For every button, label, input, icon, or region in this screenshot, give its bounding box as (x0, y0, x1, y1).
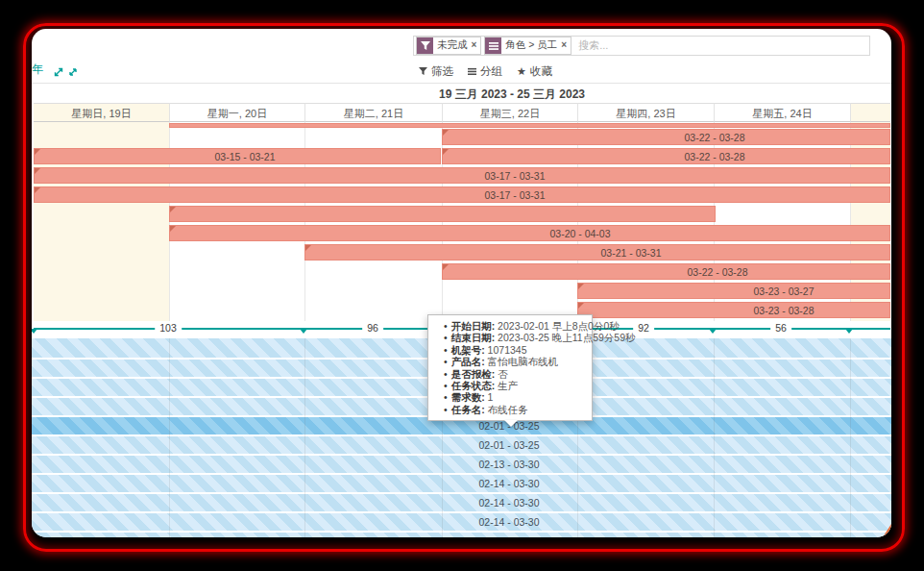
favorites-button[interactable]: ★ 收藏 (517, 64, 552, 79)
tooltip-item: 机架号: 1071345 (444, 344, 584, 356)
consolidation-row[interactable]: 02-01 - 03-25 (32, 434, 891, 454)
tooltip-item: 是否报检: 否 (444, 368, 584, 380)
total-notch-icon (709, 329, 717, 334)
gantt-bar[interactable]: 03-23 - 03-28 (577, 302, 890, 318)
screenshot-canvas: 未完成 × 角色 > 员工 × 搜索... 年 筛选 (0, 0, 924, 571)
gantt-bar[interactable]: 03-22 - 03-28 (442, 148, 890, 164)
gantt-bar[interactable]: 03-23 - 03-27 (577, 283, 890, 299)
search-bar[interactable]: 未完成 × 角色 > 员工 × 搜索... (413, 36, 870, 56)
group-icon (468, 67, 476, 76)
tooltip-item: 开始日期: 2023-02-01 早上8点0分0秒 (444, 320, 584, 332)
expand-rows-icon[interactable] (53, 64, 64, 76)
filters-button[interactable]: 筛选 (419, 64, 453, 79)
gantt-bar[interactable] (169, 206, 716, 222)
total-notch-icon (32, 329, 37, 334)
groupby-button[interactable]: 分组 (468, 64, 502, 79)
facet-label: 未完成 (433, 37, 472, 54)
header-cell: 星期日, 19日 (34, 103, 169, 122)
header-cell: 星期二, 21日 (304, 103, 442, 122)
consolidation-row[interactable]: 02-14 - 03-30 (32, 473, 891, 492)
collapse-rows-icon[interactable] (67, 64, 79, 76)
gantt-bar[interactable]: 03-15 - 03-21 (34, 148, 441, 164)
gantt-range-title: 19 三月 2023 - 25 三月 2023 (439, 87, 585, 103)
header-cell: 星期五, 24日 (714, 103, 850, 122)
header-cell: 星期三, 22日 (442, 103, 577, 122)
total-value: 103 (155, 321, 182, 335)
gantt-bar[interactable]: 03-21 - 03-31 (304, 244, 890, 261)
tooltip-item: 需求数: 1 (444, 391, 584, 403)
consolidation-row[interactable]: 02-13 - 03-30 (32, 454, 891, 473)
gantt-bar[interactable] (169, 123, 890, 128)
facet-groupby-role-employee[interactable]: 角色 > 员工 × (484, 37, 571, 55)
total-notch-icon (300, 329, 307, 334)
consolidation-row[interactable]: 02-14 - 03-30 (32, 531, 891, 537)
star-icon: ★ (517, 65, 526, 78)
remove-facet-icon[interactable]: × (561, 37, 571, 54)
tooltip-arrow-icon (504, 420, 518, 427)
toolbar-divider (32, 83, 891, 84)
gantt-bar[interactable]: 03-22 - 03-28 (442, 263, 890, 280)
header-cell: 星期四, 23日 (577, 103, 714, 122)
remove-facet-icon[interactable]: × (472, 37, 481, 54)
tooltip-item: 结束日期: 2023-03-25 晚上11点59分59秒 (444, 332, 584, 343)
search-input[interactable]: 搜索... (578, 38, 608, 53)
scale-year-button[interactable]: 年 (32, 62, 43, 78)
view-controls: 筛选 分组 ★ 收藏 (419, 64, 552, 79)
gantt-app-page: 未完成 × 角色 > 员工 × 搜索... 年 筛选 (32, 29, 891, 537)
facet-label: 角色 > 员工 (501, 37, 561, 54)
header-cell (850, 103, 890, 122)
task-tooltip: 开始日期: 2023-02-01 早上8点0分0秒结束日期: 2023-03-2… (427, 314, 593, 421)
header-cell: 星期一, 20日 (169, 103, 304, 122)
filter-icon (419, 67, 427, 76)
tooltip-item: 任务状态: 生产 (444, 380, 584, 391)
tooltip-item: 任务名: 布线任务 (444, 404, 584, 415)
gantt-bar[interactable]: 03-17 - 03-31 (34, 167, 890, 184)
filter-icon (417, 37, 433, 54)
total-value: 92 (633, 321, 654, 335)
facet-filter-unfinished[interactable]: 未完成 × (416, 37, 481, 55)
gantt-bar[interactable]: 03-20 - 04-03 (169, 225, 890, 241)
total-notch-icon (845, 329, 853, 334)
gantt-bar[interactable]: 03-22 - 03-28 (442, 129, 890, 145)
consolidation-row[interactable]: 02-14 - 03-30 (32, 511, 891, 531)
group-icon (485, 37, 501, 54)
gantt-bar[interactable]: 03-17 - 03-31 (34, 186, 890, 203)
total-value: 96 (362, 321, 383, 335)
consolidation-row[interactable]: 02-14 - 03-30 (32, 492, 891, 511)
tooltip-item: 产品名: 富怡电脑布线机 (444, 356, 584, 367)
total-value: 56 (770, 321, 791, 335)
